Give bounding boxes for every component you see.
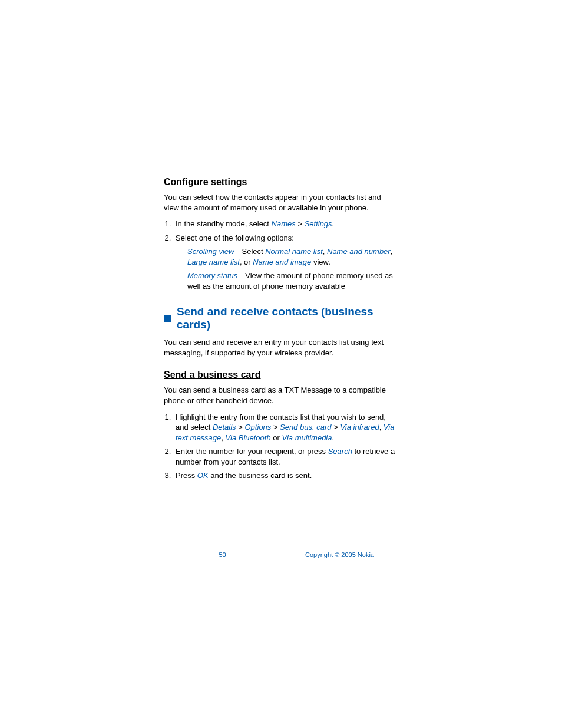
link-via-bluetooth[interactable]: Via Bluetooth [226,433,271,442]
link-normal-name-list[interactable]: Normal name list [265,247,323,256]
para-send-card-intro: You can send a business card as a TXT Me… [164,385,398,406]
heading-send-receive: Send and receive contacts (business card… [164,305,398,331]
send-step-3: Press OK and the business card is sent. [173,470,398,481]
page-footer: 50 Copyright © 2005 Nokia [0,551,562,558]
link-search[interactable]: Search [328,447,352,456]
send-step-2: Enter the number for your recipient, or … [173,446,398,467]
heading-send-business-card: Send a business card [164,370,398,380]
page-content: Configure settings You can select how th… [0,0,562,481]
link-options[interactable]: Options [244,423,271,431]
page-number: 50 [164,551,281,558]
term-scrolling-view: Scrolling view [187,247,234,256]
term-memory-status: Memory status [187,271,237,280]
configure-step-1: In the standby mode, select Names > Sett… [173,219,398,229]
configure-steps: In the standby mode, select Names > Sett… [164,219,398,291]
para-send-receive-intro: You can send and receive an entry in you… [164,337,398,358]
send-step-1: Highlight the entry from the contacts li… [173,412,398,443]
link-name-and-image[interactable]: Name and image [253,258,311,266]
link-settings[interactable]: Settings [305,219,332,228]
configure-step-2: Select one of the following options: Scr… [173,233,398,292]
option-memory-status: Memory status—View the amount of phone m… [187,271,398,291]
link-names[interactable]: Names [272,219,296,228]
link-via-infrared[interactable]: Via infrared [340,423,379,431]
heading-configure-settings: Configure settings [164,177,398,187]
link-large-name-list[interactable]: Large name list [187,258,240,266]
para-configure-intro: You can select how the contacts appear i… [164,192,398,213]
link-via-multimedia[interactable]: Via multimedia [282,433,332,442]
link-name-and-number[interactable]: Name and number [327,247,391,256]
send-card-steps: Highlight the entry from the contacts li… [164,412,398,481]
link-ok[interactable]: OK [197,471,209,480]
link-details[interactable]: Details [213,423,236,431]
copyright-text: Copyright © 2005 Nokia [281,551,398,558]
option-scrolling-view: Scrolling view—Select Normal name list, … [187,246,398,267]
square-bullet-icon [164,315,171,322]
link-send-bus-card[interactable]: Send bus. card [280,423,331,431]
